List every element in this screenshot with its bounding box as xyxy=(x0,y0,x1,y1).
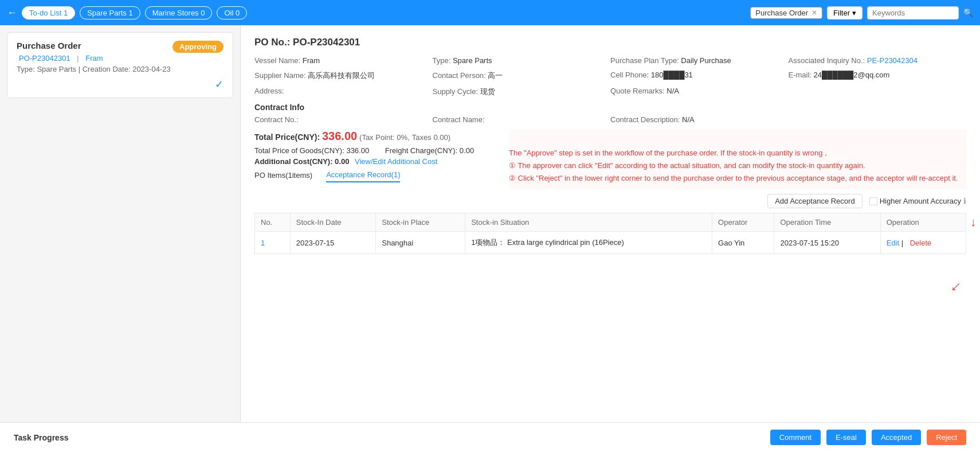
accepted-button[interactable]: Accepted xyxy=(872,430,921,445)
filter-label: Filter xyxy=(833,9,850,17)
info-grid-row3: Address: Supply Cycle: 现货 Quote Remarks:… xyxy=(254,87,966,97)
total-price-row: Total Price(CNY): 336.00 (Tax Point: 0%,… xyxy=(254,130,495,143)
tab-po-items[interactable]: PO Items(1items) xyxy=(254,171,312,182)
purchase-order-tag-close[interactable]: ✕ xyxy=(812,9,817,17)
po-card-footer: ✓ xyxy=(17,78,224,91)
back-button[interactable]: ← xyxy=(7,7,17,19)
alert-text: The "Approve" step is set in the workflo… xyxy=(509,149,958,182)
supplier-info: Supplier Name: 高乐高科技有限公司 xyxy=(254,71,433,81)
contract-desc-label: Contract Description: xyxy=(610,115,680,124)
additional-cost-value: 0.00 xyxy=(335,157,349,166)
cell-phone-value: 180████31 xyxy=(651,71,693,79)
top-bar: ← To-do List 1 Spare Parts 1 Marine Stor… xyxy=(0,0,980,25)
higher-amount-checkbox[interactable] xyxy=(869,197,877,205)
edit-link[interactable]: Edit xyxy=(887,239,899,247)
cell-operator: Gao Yin xyxy=(712,232,774,254)
higher-amount-checkbox-row: Higher Amount Accuracy ℹ xyxy=(869,197,966,205)
bottom-bar-actions: Comment E-seal Accepted Reject xyxy=(770,430,966,445)
taxes-value: 0.00) xyxy=(434,133,451,142)
tax-point-label: (Tax Point: xyxy=(359,133,394,142)
po-separator: | xyxy=(77,54,79,63)
contract-grid: Contract No.: Contract Name: Contract De… xyxy=(254,115,966,124)
email-value: 24██████2@qq.com xyxy=(814,71,890,79)
vessel-link[interactable]: Fram xyxy=(85,54,103,63)
cell-stock-in-date: 2023-07-15 xyxy=(290,232,375,254)
cell-phone-info: Cell Phone: 180████31 xyxy=(610,71,789,81)
search-icon-button[interactable]: 🔍 xyxy=(963,8,973,17)
tab-marine-stores[interactable]: Marine Stores 0 xyxy=(145,6,213,20)
po-card-links: PO-P23042301 | Fram xyxy=(17,54,224,63)
price-alert-row: Total Price(CNY): 336.00 (Tax Point: 0%,… xyxy=(254,130,966,194)
cell-stock-in-situation: 1项物品： Extra large cylindrical pin (16Pie… xyxy=(465,232,712,254)
supplier-label: Supplier Name: xyxy=(254,71,306,80)
acceptance-table: No. Stock-In Date Stock-in Place Stock-i… xyxy=(254,213,966,254)
tab-todo-list[interactable]: To-do List 1 xyxy=(22,6,75,20)
tab-acceptance-record[interactable]: Acceptance Record(1) xyxy=(326,170,400,182)
contract-desc-value: N/A xyxy=(682,115,695,124)
row-number-link[interactable]: 1 xyxy=(261,239,265,247)
purchase-plan-label: Purchase Plan Type: xyxy=(610,56,679,65)
tab-spare-parts[interactable]: Spare Parts 1 xyxy=(80,6,140,20)
po-card-meta: Type: Spare Parts | Creation Date: 2023-… xyxy=(17,65,224,73)
add-cost-row: Additional Cost(CNY): 0.00 View/Edit Add… xyxy=(254,157,495,166)
additional-cost-label: Additional Cost(CNY): xyxy=(254,157,332,166)
reject-arrow-annotation: ↓ xyxy=(947,277,966,296)
contract-no-info: Contract No.: xyxy=(254,115,433,124)
add-acceptance-record-button[interactable]: Add Acceptance Record xyxy=(767,194,862,208)
po-number-link[interactable]: PO-P23042301 xyxy=(19,54,70,63)
total-price-label: Total Price(CNY): xyxy=(254,133,320,142)
type-value: Spare Parts xyxy=(453,56,492,65)
contract-desc-info: Contract Description: N/A xyxy=(610,115,966,124)
higher-amount-label: Higher Amount Accuracy xyxy=(880,197,961,205)
supply-cycle-label: Supply Cycle: xyxy=(433,87,478,96)
contact-info: Contact Person: 高一 xyxy=(433,71,611,81)
sub-price-row: Total Price of Goods(CNY): 336.00 Freigh… xyxy=(254,146,495,155)
th-stock-in-date: Stock-In Date xyxy=(290,213,375,232)
purchase-order-tag-label: Purchase Order xyxy=(755,9,808,17)
supply-cycle-value: 现货 xyxy=(480,87,495,96)
assoc-inquiry-value[interactable]: PE-P23042304 xyxy=(867,56,918,65)
associated-inquiry-info: Associated Inquiry No.: PE-P23042304 xyxy=(789,56,967,65)
total-goods-label: Total Price of Goods(CNY): xyxy=(254,146,344,155)
type-info: Type: Spare Parts xyxy=(433,56,611,65)
vessel-label: Vessel Name: xyxy=(254,56,300,65)
comment-button[interactable]: Comment xyxy=(770,430,821,445)
tabs-row: PO Items(1items) Acceptance Record(1) xyxy=(254,170,495,182)
topbar-right: Purchase Order ✕ Filter ▾ 🔍 xyxy=(750,6,973,20)
view-edit-additional-cost-link[interactable]: View/Edit Additional Cost xyxy=(355,157,437,166)
freight-label: Freight Charge(CNY): xyxy=(385,146,457,155)
reject-button[interactable]: Reject xyxy=(927,430,966,445)
delete-link[interactable]: Delete xyxy=(910,239,932,247)
filter-button[interactable]: Filter ▾ xyxy=(827,6,863,20)
th-no: No. xyxy=(255,213,291,232)
creation-date: 2023-04-23 xyxy=(132,65,171,73)
type-label: Type: xyxy=(433,56,451,65)
freight-value: 0.00 xyxy=(460,146,474,155)
contact-label: Contact Person: xyxy=(433,71,486,80)
th-operation-time: Operation Time xyxy=(774,213,880,232)
filter-chevron-icon: ▾ xyxy=(852,9,856,17)
address-label: Address: xyxy=(254,87,284,95)
approving-badge: Approving xyxy=(173,41,224,53)
main-layout: Purchase Order Approving PO-P23042301 | … xyxy=(0,25,980,452)
keywords-input[interactable] xyxy=(867,6,959,20)
purchase-plan-type-info: Purchase Plan Type: Daily Purchase xyxy=(610,56,789,65)
taxes-label: Taxes xyxy=(412,133,432,142)
alert-box: The "Approve" step is set in the workflo… xyxy=(509,130,966,189)
type-value: Spare Parts xyxy=(37,65,76,73)
assoc-inquiry-label: Associated Inquiry No.: xyxy=(789,56,865,65)
contract-info-title: Contract Info xyxy=(254,103,966,112)
price-section: Total Price(CNY): 336.00 (Tax Point: 0%,… xyxy=(254,130,495,194)
vessel-value: Fram xyxy=(303,56,320,65)
right-panel: PO No.: PO-P23042301 Vessel Name: Fram T… xyxy=(241,25,980,452)
tab-oil[interactable]: Oil 0 xyxy=(217,6,247,20)
email-label: E-mail: xyxy=(789,71,812,79)
eseal-button[interactable]: E-seal xyxy=(826,430,866,445)
cell-no: 1 xyxy=(255,232,291,254)
total-price-value: 336.00 xyxy=(322,130,357,142)
email-info: E-mail: 24██████2@qq.com xyxy=(789,71,967,81)
cell-phone-label: Cell Phone: xyxy=(610,71,649,79)
vessel-info: Vessel Name: Fram xyxy=(254,56,433,65)
cell-operation-time: 2023-07-15 15:20 xyxy=(774,232,880,254)
table-row: 1 2023-07-15 Shanghai 1项物品： Extra large … xyxy=(255,232,966,254)
